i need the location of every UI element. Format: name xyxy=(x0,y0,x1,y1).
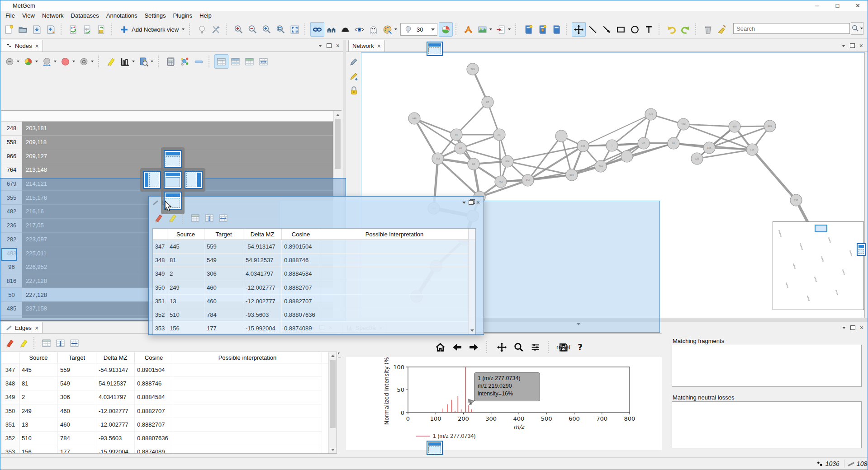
nodes-dock-float-icon[interactable] xyxy=(327,43,332,48)
new-project-button[interactable] xyxy=(2,22,16,37)
menu-databases[interactable]: Databases xyxy=(67,11,103,20)
edges-table-row[interactable]: 353156177-15.9920040.8874089 xyxy=(153,322,475,335)
column-header-delta-mz[interactable]: Delta MZ xyxy=(96,352,135,363)
table-fit-rows-button[interactable] xyxy=(202,211,216,225)
network-tab-close-icon[interactable]: × xyxy=(377,42,381,50)
dock-target-center[interactable] xyxy=(164,171,182,189)
node-color-button[interactable] xyxy=(58,54,77,69)
column-header-cosine[interactable]: Cosine xyxy=(135,352,173,363)
edit-pencil-button[interactable] xyxy=(347,54,361,69)
search-input[interactable] xyxy=(733,23,850,34)
link-nodes-button[interactable] xyxy=(310,22,324,37)
save-project-button[interactable] xyxy=(30,22,44,37)
menu-network[interactable]: Network xyxy=(38,11,67,20)
dropdown-arrow-icon[interactable] xyxy=(132,61,135,62)
edges-table-row[interactable]: 347445559-54.9131470.8901504 xyxy=(153,240,475,254)
column-header-source[interactable]: Source xyxy=(19,352,58,363)
add-network-view-button[interactable]: Add Network view xyxy=(117,22,186,37)
zoom-in-button[interactable] xyxy=(232,22,246,37)
edges-table-row[interactable]: 35113460-12.0027770.8882707 xyxy=(153,295,475,308)
screenshot-image-button[interactable] xyxy=(475,22,494,37)
tools-wrench-button[interactable] xyxy=(209,22,223,37)
lookup-database-button[interactable] xyxy=(137,54,155,69)
clear-broom-button[interactable] xyxy=(715,22,729,37)
reset-button[interactable]: reset xyxy=(554,343,573,352)
text-tool-button[interactable] xyxy=(642,22,656,37)
dropdown-arrow-icon[interactable] xyxy=(182,28,185,30)
tab-network[interactable]: Network × xyxy=(348,40,385,52)
edges-table-row[interactable]: 3488154954.9125370.888746 xyxy=(1,377,337,390)
minimap-viewport[interactable] xyxy=(815,225,827,232)
matching-neutral-losses-box[interactable] xyxy=(672,401,862,448)
floating-edges-menu-icon[interactable] xyxy=(462,202,466,204)
menu-view[interactable]: View xyxy=(19,11,38,20)
show-eye-button[interactable] xyxy=(352,22,366,37)
row-drag-handle[interactable] xyxy=(1,248,17,261)
nodes-dock-menu-icon[interactable] xyxy=(318,45,322,47)
table-fit-cols-button[interactable] xyxy=(67,336,81,350)
matching-dock-menu-icon[interactable] xyxy=(842,327,846,329)
mpl-home-button[interactable] xyxy=(433,340,447,354)
matching-fragments-box[interactable] xyxy=(672,345,862,387)
dropdown-arrow-icon[interactable] xyxy=(54,61,57,62)
edges-table-row[interactable]: 347445559-54.9131470.8901504 xyxy=(1,363,337,377)
column-header-cosine[interactable]: Cosine xyxy=(282,229,320,240)
network-dock-close-icon[interactable]: × xyxy=(859,42,863,49)
floating-edges-dock-icon[interactable] xyxy=(469,200,474,205)
annotate-pencil-button[interactable] xyxy=(347,69,361,83)
edges-table-row[interactable]: 350249460-12.0027770.8882707 xyxy=(1,404,337,418)
menu-settings[interactable]: Settings xyxy=(141,11,169,20)
spy-mode-button[interactable] xyxy=(338,22,352,37)
line-tool-button[interactable] xyxy=(586,22,600,37)
arrow-tool-button[interactable] xyxy=(600,22,614,37)
column-header-delta-mz[interactable]: Delta MZ xyxy=(243,229,282,240)
edges-tab-close-icon[interactable]: × xyxy=(35,324,38,332)
menu-annotations[interactable]: Annotations xyxy=(103,11,141,20)
edges-table-row[interactable]: 350249460-12.0027770.8882707 xyxy=(153,281,475,295)
import-metadata-button[interactable] xyxy=(81,22,95,37)
dropdown-arrow-icon[interactable] xyxy=(151,61,153,62)
column-header-possible-interpretation[interactable]: Possible interpretation xyxy=(320,229,469,240)
combo-arrow-icon[interactable] xyxy=(431,28,435,31)
nodes-tab-close-icon[interactable]: × xyxy=(35,42,39,50)
edges-table-row[interactable]: 34923064.03417970.8884584 xyxy=(153,267,475,281)
node-ring-button[interactable] xyxy=(77,54,95,69)
dock-target-right[interactable] xyxy=(185,171,203,189)
search-button[interactable] xyxy=(851,22,863,35)
zoom-region-button[interactable] xyxy=(260,22,274,37)
nodes-table-row[interactable]: 248203,181 xyxy=(1,122,341,136)
highlight-yellow-button[interactable] xyxy=(104,54,118,69)
size-lamp-button[interactable]: 30 xyxy=(400,23,437,36)
zoom-fit-button[interactable] xyxy=(274,22,288,37)
mpl-forward-button[interactable] xyxy=(467,340,481,354)
graph-node[interactable] xyxy=(621,150,633,162)
ghost-mode-button[interactable] xyxy=(366,22,380,37)
edges-table-scrollbar[interactable] xyxy=(328,352,337,453)
tab-edges[interactable]: Edges × xyxy=(2,322,43,334)
import-groups-button[interactable] xyxy=(95,22,109,37)
open-project-button[interactable] xyxy=(16,22,30,37)
dropdown-arrow-icon[interactable] xyxy=(72,61,75,62)
table-compact-button[interactable] xyxy=(39,336,53,350)
floating-edges-close-icon[interactable]: × xyxy=(476,199,480,206)
cluster-bubbles-button[interactable] xyxy=(178,54,192,69)
redo-button[interactable] xyxy=(678,22,693,37)
graph-node[interactable] xyxy=(555,130,567,142)
close-button[interactable]: ✕ xyxy=(848,0,868,11)
node-pie-button[interactable] xyxy=(21,54,40,69)
ellipse-tool-button[interactable] xyxy=(628,22,642,37)
column-header-source[interactable]: Source xyxy=(167,229,204,240)
show-neighbors-button[interactable] xyxy=(324,22,338,37)
database-spark-button[interactable] xyxy=(521,22,535,37)
dock-target-left[interactable] xyxy=(143,171,161,189)
network-dock-menu-icon[interactable] xyxy=(842,45,845,47)
mpl-help-button[interactable]: ? xyxy=(573,340,587,354)
mpl-sliders-button[interactable] xyxy=(528,340,542,354)
table-fit-button[interactable] xyxy=(256,54,270,69)
floating-edges-window[interactable]: Edges × SourceTargetDelta MZCosinePossib… xyxy=(148,196,484,335)
fullscreen-view-button[interactable] xyxy=(288,22,302,37)
edges-table-row[interactable]: 3488154954.9125370.888746 xyxy=(153,254,475,267)
floating-table-scrollbar[interactable] xyxy=(468,229,475,334)
matching-dock-float-icon[interactable] xyxy=(850,325,855,330)
highlight-red-button[interactable] xyxy=(3,336,17,350)
